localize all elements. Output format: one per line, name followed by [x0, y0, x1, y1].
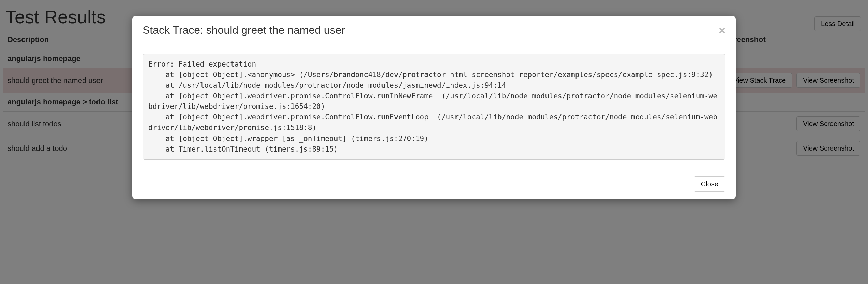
close-icon[interactable]: × [719, 25, 725, 36]
stack-trace-content: Error: Failed expectation at [object Obj… [143, 54, 725, 160]
modal-title: Stack Trace: should greet the named user [143, 24, 345, 37]
stack-trace-modal: Stack Trace: should greet the named user… [132, 16, 736, 199]
close-button[interactable]: Close [694, 176, 725, 192]
